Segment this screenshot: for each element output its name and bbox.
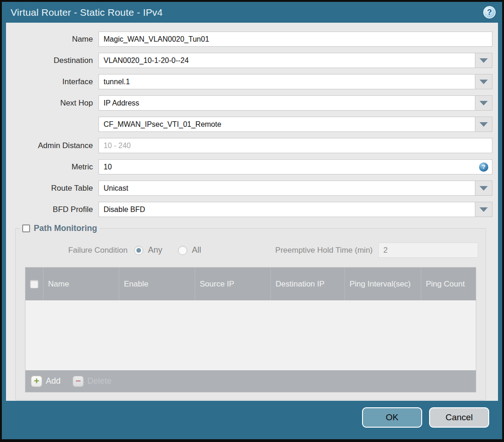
dialog-title: Virtual Router - Static Route - IPv4 <box>11 7 163 18</box>
destination-input[interactable] <box>98 53 475 68</box>
destination-dropdown-button[interactable] <box>475 53 492 68</box>
name-row: Name <box>8 31 492 47</box>
radio-any-icon[interactable] <box>134 246 143 255</box>
interface-row: Interface <box>8 74 492 89</box>
failure-condition-radio-group: Any All <box>134 245 217 255</box>
chevron-down-icon <box>479 101 488 106</box>
destination-label: Destination <box>8 56 98 65</box>
preemptive-hold-label: Preemptive Hold Time (min) <box>275 246 378 255</box>
dialog-window: Virtual Router - Static Route - IPv4 ? N… <box>0 0 504 442</box>
metric-label: Metric <box>8 162 98 172</box>
column-header-source-ip[interactable]: Source IP <box>195 268 270 300</box>
chevron-down-icon <box>479 122 488 127</box>
bfd-profile-label: BFD Profile <box>8 205 98 214</box>
title-bar: Virtual Router - Static Route - IPv4 ? <box>2 2 502 23</box>
dialog-frame: Virtual Router - Static Route - IPv4 ? N… <box>2 2 502 439</box>
name-input[interactable] <box>98 31 492 47</box>
column-header-ping-count[interactable]: Ping Count <box>421 268 476 300</box>
column-header-enable-label: Enable <box>124 279 148 289</box>
ok-button[interactable]: OK <box>362 407 422 428</box>
radio-any-label: Any <box>148 245 162 255</box>
next-hop-type-input[interactable] <box>98 95 475 111</box>
bfd-profile-input[interactable] <box>98 202 475 217</box>
preemptive-hold-input[interactable] <box>378 243 478 258</box>
metric-help-icon[interactable]: ? <box>479 162 488 172</box>
route-table-row: Route Table <box>8 181 492 196</box>
failure-condition-any-option[interactable]: Any <box>134 245 162 255</box>
admin-distance-row: Admin Distance <box>8 138 492 153</box>
column-header-ping-count-label: Ping Count <box>426 279 465 289</box>
name-label: Name <box>8 35 98 44</box>
bfd-profile-dropdown-button[interactable] <box>475 202 492 217</box>
dialog-content: Name Destination Interface <box>6 23 498 401</box>
table-header: Name Enable Source IP Destination IP Pin… <box>25 268 476 300</box>
radio-all-label: All <box>192 245 201 255</box>
route-table-input[interactable] <box>98 181 475 196</box>
delete-button[interactable]: − Delete <box>73 376 111 387</box>
next-hop-dropdown-button[interactable] <box>475 95 492 111</box>
delete-icon: − <box>73 376 84 387</box>
column-header-name-label: Name <box>48 279 69 289</box>
column-header-destination-ip-label: Destination IP <box>276 279 325 289</box>
path-monitoring-title: Path Monitoring <box>34 224 97 233</box>
interface-label: Interface <box>8 77 98 87</box>
radio-all-icon[interactable] <box>178 246 187 255</box>
help-icon[interactable]: ? <box>483 6 496 19</box>
failure-condition-all-option[interactable]: All <box>178 245 201 255</box>
chevron-down-icon <box>479 207 488 212</box>
next-hop-label: Next Hop <box>8 99 98 108</box>
admin-distance-input[interactable] <box>98 138 492 153</box>
next-hop-address-dropdown-button[interactable] <box>475 117 492 132</box>
bfd-profile-row: BFD Profile <box>8 202 492 217</box>
column-header-ping-interval-label: Ping Interval(sec) <box>350 279 411 289</box>
column-header-source-ip-label: Source IP <box>200 279 234 289</box>
column-header-name[interactable]: Name <box>43 268 119 300</box>
failure-condition-label: Failure Condition <box>23 246 134 255</box>
chevron-down-icon <box>479 58 488 63</box>
select-all-checkbox[interactable] <box>30 280 38 288</box>
next-hop-address-input[interactable] <box>98 117 475 132</box>
add-button[interactable]: + Add <box>31 376 61 387</box>
route-table-dropdown-button[interactable] <box>475 181 492 196</box>
next-hop-address-row <box>8 117 492 132</box>
path-monitoring-legend: Path Monitoring <box>19 224 100 233</box>
chevron-down-icon <box>479 186 488 191</box>
dialog-footer: OK Cancel <box>2 401 502 439</box>
add-icon: + <box>31 376 42 387</box>
interface-input[interactable] <box>98 74 475 89</box>
column-header-destination-ip[interactable]: Destination IP <box>270 268 344 300</box>
interface-dropdown-button[interactable] <box>475 74 492 89</box>
select-all-cell <box>25 268 43 300</box>
next-hop-row: Next Hop <box>8 95 492 111</box>
path-monitoring-checkbox[interactable] <box>22 224 30 232</box>
add-button-label: Add <box>46 376 61 386</box>
path-monitoring-options-row: Failure Condition Any All Preemptive Hol… <box>23 243 478 258</box>
chevron-down-icon <box>479 80 488 84</box>
delete-button-label: Delete <box>87 376 111 386</box>
admin-distance-label: Admin Distance <box>8 141 98 150</box>
metric-row: Metric ? <box>8 159 492 174</box>
route-table-label: Route Table <box>8 184 98 193</box>
column-header-enable[interactable]: Enable <box>119 268 195 300</box>
path-monitoring-table: Name Enable Source IP Destination IP Pin… <box>25 267 476 392</box>
cancel-button[interactable]: Cancel <box>429 407 489 428</box>
table-toolbar: + Add − Delete <box>25 370 476 392</box>
table-body-empty <box>25 300 476 370</box>
column-header-ping-interval[interactable]: Ping Interval(sec) <box>344 268 421 300</box>
destination-row: Destination <box>8 53 492 68</box>
path-monitoring-section: Path Monitoring Failure Condition Any Al… <box>15 224 486 400</box>
metric-input[interactable] <box>98 159 492 174</box>
